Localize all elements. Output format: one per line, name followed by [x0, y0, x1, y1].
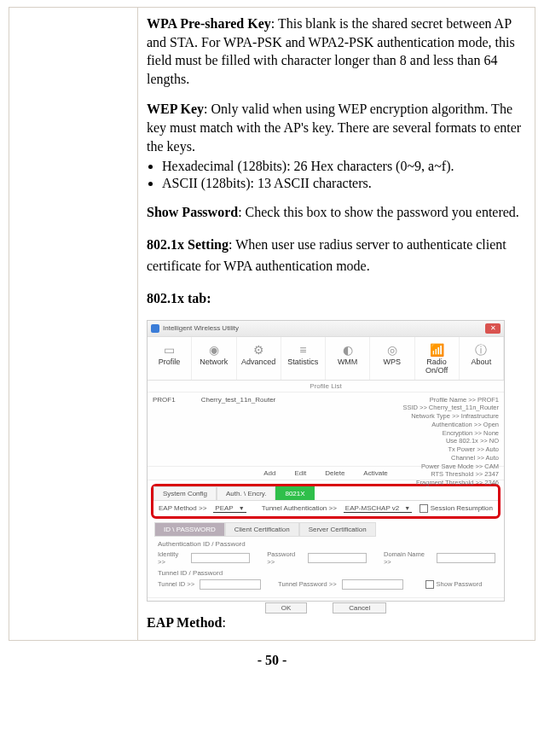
auth-id-section-label: Authentication ID / Password	[158, 540, 495, 548]
8021x-setting-para: 802.1x Setting: When user use radius ser…	[147, 234, 526, 277]
tunnel-id-label: Tunnel ID >>	[158, 580, 194, 588]
session-resumption-checkbox[interactable]	[420, 504, 428, 513]
wps-icon: ◎	[372, 344, 412, 356]
cancel-button[interactable]: Cancel	[333, 602, 386, 614]
domain-input[interactable]	[437, 553, 495, 563]
config-subtabs: System Config Auth. \ Encry. 8021X	[153, 486, 498, 500]
ok-button[interactable]: OK	[265, 602, 308, 614]
advanced-icon: ⚙	[239, 344, 279, 356]
wep-bullets: Hexadecimal (128bits): 26 Hex characters…	[162, 159, 526, 191]
profile-ssid: Cherry_test_11n_Router	[201, 396, 276, 462]
content-cell: WPA Pre-shared Key: This blank is the sh…	[138, 8, 535, 641]
chevron-down-icon: ▼	[239, 505, 245, 511]
8021x-setting-label: 802.1x Setting	[147, 237, 229, 252]
tunnel-auth-dropdown[interactable]: EAP-MSCHAP v2▼	[344, 504, 412, 513]
tab-profile[interactable]: ▭Profile	[148, 337, 192, 380]
tunnel-auth-label: Tunnel Authentication >>	[262, 504, 337, 512]
eap-method-dropdown[interactable]: PEAP▼	[213, 504, 246, 513]
8021x-tab-heading: 802.1x tab:	[147, 289, 526, 308]
utility-window: Intelligent Wireless Utility ✕ ▭Profile …	[147, 320, 505, 602]
credentials-form: Authentication ID / Password Identity >>…	[148, 537, 504, 594]
domain-label: Domain Name >>	[384, 550, 431, 566]
about-icon: ⓘ	[461, 344, 501, 356]
tab-advanced[interactable]: ⚙Advanced	[237, 337, 281, 380]
bullet-hex: Hexadecimal (128bits): 26 Hex characters…	[162, 159, 526, 174]
tunnel-password-input[interactable]	[342, 579, 403, 590]
profile-list-header: Profile List	[148, 381, 504, 393]
wpa-psk-label: WPA Pre-shared Key	[147, 16, 271, 31]
titlebar: Intelligent Wireless Utility ✕	[148, 321, 504, 337]
wep-para: WEP Key: Only valid when using WEP encry…	[147, 100, 526, 155]
top-tabs: ▭Profile ◉Network ⚙Advanced ≡Statistics …	[148, 337, 504, 381]
activate-button[interactable]: Activate	[363, 469, 387, 477]
bullet-ascii: ASCII (128bits): 13 ASCII characters.	[162, 176, 526, 191]
window-title: Intelligent Wireless Utility	[163, 324, 239, 332]
tab-statistics[interactable]: ≡Statistics	[281, 337, 326, 380]
sidebar-cell	[9, 8, 138, 641]
radio-icon: 📶	[417, 344, 457, 356]
page-number: - 50 -	[9, 653, 535, 668]
show-password-label: Show Password	[147, 205, 238, 219]
network-icon: ◉	[194, 344, 234, 356]
close-button[interactable]: ✕	[485, 323, 501, 334]
app-icon	[151, 324, 159, 333]
tab-server-cert[interactable]: Server Certification	[299, 522, 376, 537]
layout-table: WPA Pre-shared Key: This blank is the sh…	[9, 7, 535, 641]
wep-label: WEP Key	[147, 102, 204, 116]
statistics-icon: ≡	[283, 344, 323, 356]
profile-list[interactable]: PROF1 Cherry_test_11n_Router	[148, 393, 320, 466]
eap-row: EAP Method >> PEAP▼ Tunnel Authenticatio…	[153, 500, 498, 515]
delete-button[interactable]: Delete	[325, 469, 344, 477]
id-tabs: ID \ PASSWORD Client Certification Serve…	[154, 522, 504, 537]
profile-main-row: PROF1 Cherry_test_11n_Router Profile Nam…	[148, 393, 504, 467]
tab-radio[interactable]: 📶Radio On/Off	[415, 337, 460, 380]
tab-wps[interactable]: ◎WPS	[370, 337, 414, 380]
chevron-down-icon: ▼	[404, 505, 410, 511]
profile-icon: ▭	[149, 344, 189, 356]
subtab-auth-encry[interactable]: Auth. \ Encry.	[217, 486, 275, 500]
tab-about[interactable]: ⓘAbout	[460, 337, 504, 380]
show-password-para: Show Password: Check this box to show th…	[147, 203, 526, 222]
edit-button[interactable]: Edit	[294, 469, 306, 477]
session-resumption-option[interactable]: Session Resumption	[420, 504, 493, 513]
wpa-psk-para: WPA Pre-shared Key: This blank is the sh…	[147, 15, 526, 88]
wmm-icon: ◐	[327, 344, 367, 356]
show-password-checkbox[interactable]	[425, 580, 434, 589]
subtab-8021x[interactable]: 8021X	[275, 486, 314, 500]
tab-wmm[interactable]: ◐WMM	[326, 337, 370, 380]
dialog-buttons: OK Cancel	[148, 597, 504, 618]
add-button[interactable]: Add	[263, 469, 275, 477]
tab-id-password[interactable]: ID \ PASSWORD	[154, 522, 225, 537]
profile-name: PROF1	[153, 396, 176, 462]
password-label: Password >>	[267, 550, 303, 566]
identity-label: Identity >>	[158, 550, 186, 566]
tunnel-id-input[interactable]	[200, 579, 261, 590]
highlighted-area: System Config Auth. \ Encry. 8021X EAP M…	[151, 484, 501, 519]
tunnel-password-label: Tunnel Password >>	[278, 580, 337, 588]
tunnel-section-label: Tunnel ID / Password	[158, 569, 495, 577]
password-input[interactable]	[308, 553, 367, 563]
identity-input[interactable]	[191, 553, 250, 563]
subtab-system-config[interactable]: System Config	[153, 486, 217, 500]
tab-client-cert[interactable]: Client Certification	[225, 522, 299, 537]
show-password-text: : Check this box to show the password yo…	[238, 205, 519, 219]
tab-network[interactable]: ◉Network	[192, 337, 236, 380]
profile-details: Profile Name >> PROF1 SSID >> Cherry_tes…	[320, 393, 504, 466]
eap-method-row-label: EAP Method >>	[159, 504, 206, 512]
show-password-option[interactable]: Show Password	[425, 580, 483, 589]
